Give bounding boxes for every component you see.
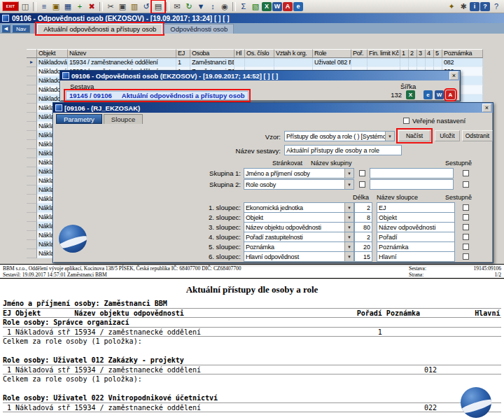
sloupec-3-combo[interactable]: Název objektu odpovědnosti▼ [244,222,354,232]
word-export-icon[interactable]: W [435,90,444,99]
tab-aktualni-odpovednosti-a-pristupy-osob[interactable]: Aktuální odpovědnosti a přístupy osob [37,24,162,34]
column-header-objekt[interactable]: Objekt [37,49,68,58]
copy-icon[interactable]: ▣ [117,1,128,12]
delka-input[interactable] [354,232,372,242]
column-header-po-[interactable]: Poř. [351,49,368,58]
chevron-down-icon[interactable]: ▼ [344,203,354,212]
delka-input[interactable] [354,222,372,232]
excel-export-icon[interactable]: X [406,90,415,99]
nacist-button[interactable]: Načíst [398,130,430,141]
save-icon[interactable]: ▦ [62,1,74,12]
sort-icon[interactable]: ↕ [207,1,218,12]
vzor-combo[interactable]: Přístupy dle osoby a role ( ) [Systémové… [284,131,395,141]
html-export-icon[interactable]: e [424,90,433,99]
sloupec-2-combo[interactable]: Objekt▼ [244,212,354,223]
nazev-sloupce-input[interactable] [377,202,455,213]
nazev-sloupce-input[interactable] [377,251,455,262]
sestupne-checkbox[interactable] [463,234,469,240]
sestupne-checkbox[interactable] [463,244,469,250]
column-header-5[interactable]: 5 [434,49,442,58]
column-header-3[interactable]: 3 [417,49,426,58]
nazev-sloupce-input[interactable] [377,222,455,232]
filter-icon[interactable]: ▼ [195,1,206,12]
tab-parametry[interactable]: Parametry [56,114,102,124]
delka-input[interactable] [354,241,372,252]
help-icon[interactable]: ? [480,2,490,11]
column-header-pozn-mka[interactable]: Poznámka [442,49,483,58]
pdf-export-icon[interactable]: A [446,90,455,99]
delka-input[interactable] [354,202,372,213]
find-icon[interactable]: ◉ [219,1,230,12]
chevron-down-icon[interactable]: ▼ [344,213,354,222]
column-header-2[interactable]: 2 [409,49,417,58]
delka-input[interactable] [354,212,372,223]
sestupne-checkbox[interactable] [463,224,469,230]
nav-collapse-button[interactable]: ◀ [1,24,10,33]
close-icon[interactable]: × [449,71,458,80]
tab-sloupce[interactable]: Sloupce [104,114,143,124]
column-header-ej[interactable]: EJ [176,49,190,58]
sestupne-checkbox[interactable] [463,204,469,211]
nazev-sloupce-input[interactable] [377,241,455,252]
delka-input[interactable] [354,251,372,262]
chevron-down-icon[interactable]: ▼ [344,223,354,232]
skupina-2-combo[interactable]: Role osoby▼ [244,179,354,190]
ulozit-button[interactable]: Uložit [435,130,460,141]
cut-icon[interactable]: ✂ [105,1,116,12]
chevron-down-icon[interactable]: ▼ [385,132,394,141]
chart-icon[interactable]: ▧ [250,1,261,12]
nazev-sloupce-input[interactable] [377,232,455,242]
strankovat-checkbox[interactable] [359,170,365,176]
report-dialog-titlebar[interactable]: 09106 - Odpovědnosti osob (EKZOSOV) - [1… [60,71,460,80]
column-header-vztah-k-org-[interactable]: Vztah k org. [274,49,313,58]
sestupne-checkbox[interactable] [463,214,469,220]
globe-icon[interactable]: e [293,2,303,11]
verejne-nastaveni-checkbox[interactable] [403,118,410,124]
sloupec-4-combo[interactable]: Pořadí zastupitelnosti▼ [244,232,354,242]
chevron-down-icon[interactable]: ▼ [344,169,354,178]
exit-icon[interactable]: EXIT [2,1,19,11]
odstranit-button[interactable]: Odstranit [462,130,493,141]
close-icon[interactable]: × [482,104,491,112]
column-header-fin-limit-k-[interactable]: Fin. limit Kč [368,49,400,58]
tab-odpovednosti-osob[interactable]: Odpovědnosti osob [164,24,234,34]
column-header-hl[interactable]: Hl [234,49,245,58]
menu-icon[interactable]: ≡ [38,1,50,12]
settings-icon[interactable]: ✱ [458,1,469,12]
column-header-1[interactable]: 1 [400,49,409,58]
chevron-down-icon[interactable]: ▼ [344,242,354,251]
column-header-osoba[interactable]: Osoba [190,49,234,58]
sestupne-checkbox[interactable] [463,253,469,260]
sloupec-5-combo[interactable]: Poznámka▼ [244,241,354,252]
chevron-down-icon[interactable]: ▼ [344,252,354,261]
table-row[interactable]: ▸Nákladová15934 / zaměstnanecké oddělení… [27,58,483,67]
nav-panel-tab[interactable]: Nav [12,24,30,33]
sloupec-1-combo[interactable]: Ekonomická jednotka▼ [244,202,354,213]
report-list-selected-row[interactable]: 19145 / 09106 Aktuální odpovědnosti a př… [66,91,248,100]
print-report-icon[interactable]: ▤ [153,1,164,12]
paste-icon[interactable]: ▥ [129,1,140,12]
pdf-icon[interactable]: A [283,2,293,11]
nazev-skupiny-input[interactable] [370,179,454,190]
chevron-down-icon[interactable]: ▼ [344,180,354,189]
nazev-skupiny-input[interactable] [370,168,454,178]
excel-icon[interactable]: X [262,2,272,11]
word-icon[interactable]: W [272,2,282,11]
column-header-os-slo[interactable]: Os. číslo [245,49,274,58]
sloupec-6-combo[interactable]: Hlavní odpovědnost▼ [244,251,354,262]
strankovat-checkbox[interactable] [359,181,365,188]
key-icon[interactable]: ✦ [446,1,457,12]
column-header-4[interactable]: 4 [426,49,434,58]
column-header-role[interactable]: Role [313,49,351,58]
delete-record-icon[interactable]: ✖ [86,1,97,12]
new-record-icon[interactable]: + [74,1,85,12]
close-form-icon[interactable]: ◫ [20,1,31,12]
refresh-icon[interactable]: ↻ [183,1,195,12]
params-dialog-titlebar[interactable]: [09106 - (RJ_EKZOSAK) × [53,103,493,113]
chevron-down-icon[interactable]: ▼ [344,232,354,241]
nazev-sestavy-input[interactable] [284,145,402,155]
nazev-sloupce-input[interactable] [377,212,455,223]
open-form-icon[interactable]: ▣ [50,1,62,12]
skupina-1-combo[interactable]: Jméno a příjmení osoby▼ [244,168,354,178]
sestupne-checkbox[interactable] [463,170,469,176]
